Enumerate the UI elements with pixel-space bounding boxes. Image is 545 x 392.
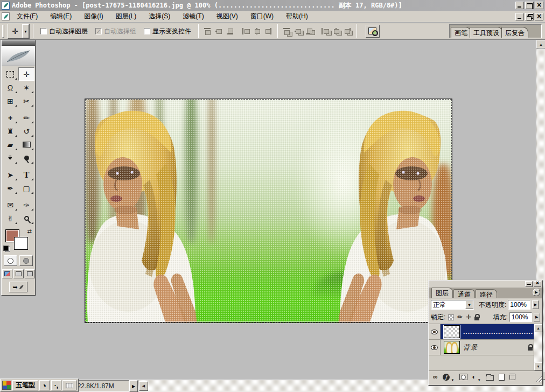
palette-menu-button[interactable]: ▶ [533, 289, 540, 296]
menu-layer[interactable]: 图层(L) [111, 11, 142, 22]
auto-select-layer-checkbox[interactable]: 自动选择图层 [40, 27, 88, 36]
tab-channels[interactable]: 通道 [453, 289, 475, 298]
layer-list-scrollbar[interactable]: ▲ ▼ [534, 324, 542, 370]
options-bar-grip[interactable] [2, 25, 4, 38]
swap-colors-icon[interactable]: ⇄ [27, 228, 32, 234]
distribute-horizontal-centers-button[interactable] [332, 27, 341, 36]
zoom-tool[interactable] [18, 212, 34, 225]
align-horizontal-centers-button[interactable] [253, 27, 262, 36]
menu-image[interactable]: 图像(I) [79, 11, 108, 22]
current-tool-button[interactable]: ✛ ▼ [8, 24, 30, 39]
layer-row-1[interactable]: .................................. [429, 324, 542, 340]
background-color-swatch[interactable] [14, 237, 28, 250]
align-right-edges-button[interactable] [264, 27, 273, 36]
blur-tool[interactable]: ♠ [2, 151, 18, 165]
crop-tool[interactable]: ⊞ [2, 94, 18, 108]
align-left-edges-button[interactable] [241, 27, 250, 36]
scroll-up-icon[interactable]: ▲ [534, 324, 542, 332]
fill-input[interactable]: 100% [509, 312, 532, 322]
scroll-left-icon[interactable]: ◀ [139, 381, 148, 391]
file-browser-button[interactable] [366, 25, 380, 38]
visibility-toggle[interactable] [429, 340, 441, 355]
fullscreen-mode-button[interactable] [25, 269, 35, 278]
layer-thumbnail-image[interactable] [444, 341, 460, 354]
path-selection-tool[interactable]: ➤ [2, 168, 18, 181]
menu-view[interactable]: 视图(V) [212, 11, 243, 22]
standard-screen-mode-button[interactable] [2, 269, 12, 278]
lasso-tool[interactable]: Ω [2, 81, 18, 94]
palette-tab-brushes[interactable]: 画笔 [451, 27, 471, 38]
blend-dropdown-icon[interactable]: ▼ [465, 300, 473, 309]
hand-tool[interactable]: ✌ [2, 212, 18, 225]
slice-tool[interactable]: ✂ [18, 94, 34, 108]
link-layers-icon[interactable]: ∞ [433, 373, 438, 381]
blend-mode-select[interactable]: 正常 ▼ [431, 300, 474, 310]
quick-mask-mode-button[interactable] [19, 255, 33, 266]
tab-paths[interactable]: 路径 [476, 289, 497, 298]
checkbox-box[interactable] [40, 28, 47, 34]
shape-tool[interactable]: ▢ [18, 181, 34, 195]
align-top-edges-button[interactable] [203, 27, 212, 36]
mdi-restore-button[interactable] [525, 13, 534, 20]
document-canvas[interactable] [85, 99, 452, 323]
ime-fullwidth-button[interactable]: ◗ [39, 380, 50, 390]
new-group-icon[interactable] [486, 375, 494, 381]
mdi-minimize-button[interactable] [515, 13, 524, 20]
auto-select-group-checkbox[interactable]: ✓ 自动选择组 [95, 27, 136, 36]
opacity-arrow-icon[interactable]: ▶ [532, 300, 539, 309]
distribute-bottom-edges-button[interactable] [305, 27, 314, 36]
palette-tab-tool-presets[interactable]: 工具预设 [470, 27, 503, 38]
opacity-input[interactable]: 100% [508, 300, 530, 310]
new-layer-icon[interactable] [499, 374, 505, 381]
checkbox-box[interactable] [144, 28, 150, 34]
layer-row-background[interactable]: 背景 [429, 340, 542, 355]
lock-position-icon[interactable]: ✛ [466, 313, 471, 321]
notes-tool[interactable]: ✉ [2, 198, 18, 212]
title-bar[interactable]: Adobe Photoshop - [post-17675-1180416216… [0, 0, 545, 11]
status-popup-arrow-icon[interactable]: ▶ [129, 380, 138, 392]
default-colors-icon[interactable] [3, 246, 10, 252]
delete-layer-icon[interactable] [509, 374, 515, 380]
distribute-right-edges-button[interactable] [343, 27, 352, 36]
fullscreen-with-menu-button[interactable] [13, 269, 24, 278]
scroll-up-icon[interactable]: ▲ [536, 40, 545, 48]
fill-arrow-icon[interactable]: ▶ [534, 313, 540, 321]
ime-input-method-button[interactable]: 五笔型 [12, 380, 38, 390]
layer-name[interactable]: .................................. [463, 328, 533, 335]
menu-help[interactable]: 帮助(H) [281, 11, 313, 22]
history-brush-tool[interactable]: ↺ [18, 124, 34, 138]
adjustment-layer-icon[interactable]: ◐ [472, 373, 476, 381]
standard-mode-button[interactable] [4, 255, 17, 266]
add-layer-mask-icon[interactable] [459, 374, 467, 380]
clone-stamp-tool[interactable]: ♜ [2, 124, 18, 138]
palette-resize-grip[interactable] [535, 375, 542, 382]
input-locale-icon[interactable] [2, 381, 11, 390]
imageready-button[interactable]: ➥ [9, 282, 27, 292]
distribute-top-edges-button[interactable] [282, 27, 291, 36]
magic-wand-tool[interactable]: ✶ [18, 81, 34, 94]
toolbox-title-bar[interactable] [2, 40, 35, 46]
ime-punctuation-button[interactable]: ·, [51, 380, 61, 390]
move-tool[interactable]: ✛ [18, 67, 34, 81]
lock-pixels-brush-icon[interactable]: ✏ [457, 313, 463, 321]
mdi-close-button[interactable] [535, 13, 543, 20]
maximize-button[interactable] [525, 2, 534, 9]
dodge-tool[interactable] [18, 151, 34, 165]
minimize-button[interactable] [515, 2, 524, 9]
visibility-toggle[interactable] [429, 324, 441, 339]
distribute-vertical-centers-button[interactable] [294, 27, 303, 36]
align-bottom-edges-button[interactable] [226, 27, 235, 36]
lock-all-icon[interactable] [474, 317, 479, 320]
checkbox-box[interactable]: ✓ [95, 28, 102, 34]
palette-close-button[interactable] [534, 281, 541, 287]
rectangular-marquee-tool[interactable] [2, 67, 18, 81]
type-tool[interactable]: T [18, 168, 34, 181]
tool-dropdown-arrow-icon[interactable]: ▼ [22, 24, 29, 38]
lock-transparency-icon[interactable] [448, 314, 454, 320]
tab-layers[interactable]: 图层 [431, 288, 453, 298]
layer-style-icon[interactable]: ƒ [443, 374, 450, 381]
layer-name[interactable]: 背景 [463, 343, 528, 352]
eyedropper-tool[interactable]: ✑ [18, 198, 34, 212]
scroll-down-icon[interactable]: ▼ [534, 362, 542, 370]
gradient-tool[interactable] [18, 138, 34, 151]
